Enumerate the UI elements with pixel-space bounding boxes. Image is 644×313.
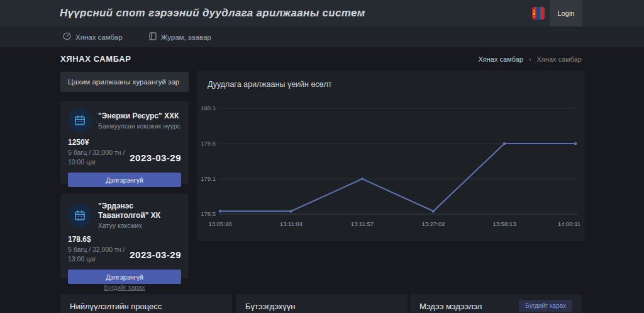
- document-icon: [149, 31, 157, 43]
- card-title: Бүтээгдэхүүн: [245, 302, 295, 311]
- breadcrumb-separator-icon: ›: [529, 55, 531, 63]
- product-name: Баяжуулсан коксжих нүүрс: [98, 122, 180, 130]
- auction-card-energy-resource[interactable]: "Энержи Ресурс" ХХК Баяжуулсан коксжих н…: [60, 101, 189, 184]
- calendar-icon: [68, 108, 92, 132]
- breadcrumb-item-current: Хянах самбар: [537, 55, 582, 63]
- svg-text:179.6: 179.6: [201, 140, 216, 147]
- nav-item-rules[interactable]: Журам, заавар: [149, 31, 211, 43]
- app-title: Нүүрсний спот гэрээний дуудлага арилжаан…: [60, 7, 365, 20]
- nav-item-label: Хянах самбар: [75, 33, 123, 41]
- calendar-icon: [68, 203, 92, 227]
- auction-time: 13:00 цаг: [68, 254, 125, 264]
- svg-text:179.1: 179.1: [201, 175, 216, 182]
- page-title: ХЯНАХ САМБАР: [60, 54, 131, 64]
- news-view-all-button[interactable]: Бүгдийг харах: [519, 300, 572, 312]
- dashboard-page: Нүүрсний спот гэрээний дуудлага арилжаан…: [0, 0, 644, 313]
- lot-details: 5 багц / 32,000 тн /: [68, 148, 125, 157]
- svg-text:13:11:57: 13:11:57: [351, 220, 374, 227]
- card-title: Мэдээ мэдээлэл: [419, 302, 482, 311]
- svg-text:180.1: 180.1: [201, 105, 216, 111]
- product-name: Хатуу коксжих: [98, 222, 181, 229]
- main-nav: Хянах самбар Журам, заавар: [0, 26, 644, 47]
- svg-text:178.5: 178.5: [201, 210, 216, 217]
- nav-item-label: Журам, заавар: [161, 33, 211, 41]
- top-header-bar: Нүүрсний спот гэрээний дуудлага арилжаан…: [0, 0, 644, 26]
- company-name: "Энержи Ресурс" ХХК: [98, 111, 180, 121]
- auction-date: 2023-03-29: [130, 152, 181, 163]
- lot-details: 5 багц / 32,000 тн /: [68, 245, 125, 254]
- details-button[interactable]: Дэлгэрэнгүй: [68, 270, 181, 284]
- mongolian-flag-icon: [532, 7, 545, 20]
- nav-item-dashboard[interactable]: Хянах самбар: [63, 31, 123, 43]
- breadcrumb: Хянах самбар › Хянах самбар: [478, 55, 582, 63]
- svg-text:13:05:20: 13:05:20: [209, 220, 232, 227]
- news-card[interactable]: Мэдээ мэдээлэл Бүгдийг харах: [410, 294, 582, 313]
- auction-growth-chart-panel: Дуудлага арилжааны үеийн өсөлт 178.5179.…: [197, 71, 585, 241]
- view-all-link[interactable]: Бүгдийг харах: [60, 284, 189, 291]
- price: 1250¥: [68, 138, 181, 147]
- summary-header-card: Цахим арилжааны хураангуй зар: [60, 72, 189, 92]
- card-title: Нийлүүлэлтийн процесс: [70, 302, 162, 311]
- svg-text:13:11:04: 13:11:04: [280, 220, 303, 227]
- login-button[interactable]: Login: [550, 0, 582, 26]
- supply-process-card[interactable]: Нийлүүлэлтийн процесс: [60, 294, 232, 313]
- auction-time: 10:00 цаг: [68, 157, 125, 167]
- details-button[interactable]: Дэлгэрэнгүй: [68, 173, 181, 187]
- company-name: "Эрдэнэс Тавантолгой" ХК: [98, 202, 181, 220]
- dashboard-icon: [63, 31, 71, 43]
- topbar-right: Login: [532, 0, 644, 26]
- products-card[interactable]: Бүтээгдэхүүн: [236, 294, 408, 313]
- price: 178.6$: [68, 235, 181, 244]
- breadcrumb-item[interactable]: Хянах самбар: [478, 55, 523, 63]
- auction-date: 2023-03-29: [130, 249, 181, 260]
- svg-text:13:58:13: 13:58:13: [493, 220, 516, 227]
- auction-card-erdenes-tavantolgoi[interactable]: "Эрдэнэс Тавантолгой" ХК Хатуу коксжих 1…: [60, 194, 189, 278]
- svg-text:13:27:02: 13:27:02: [422, 220, 445, 227]
- svg-text:14:00:11: 14:00:11: [558, 220, 580, 227]
